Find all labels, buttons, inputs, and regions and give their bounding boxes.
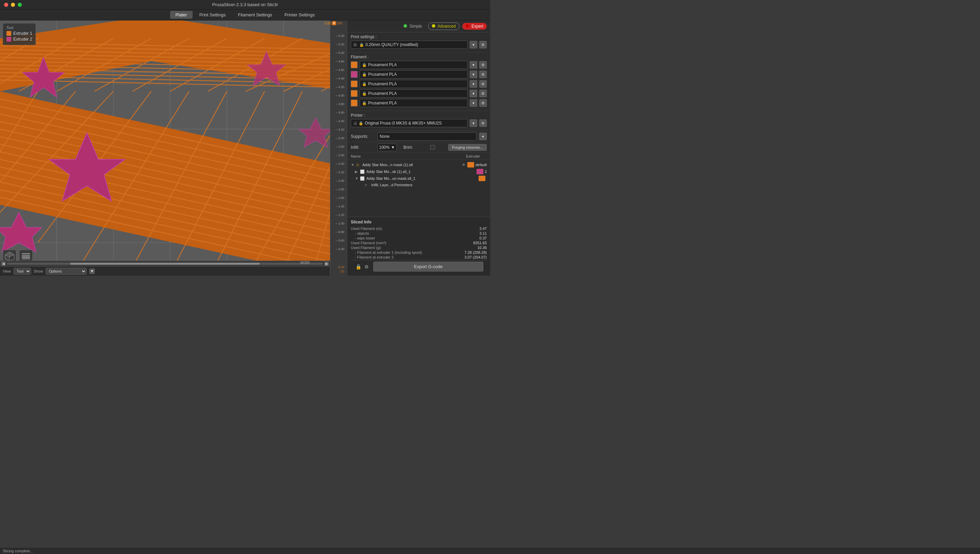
filament-1-dropdown[interactable]: ▼ bbox=[470, 61, 477, 69]
print-settings-value: 0.20mm QUALITY (modified) bbox=[366, 42, 465, 47]
objects-table-header: Name Extruder bbox=[347, 153, 490, 160]
filament-label: Filament : bbox=[351, 54, 375, 59]
supports-label: Supports: bbox=[351, 134, 375, 139]
filament-1-gear[interactable]: ⚙ bbox=[479, 61, 487, 69]
maximize-button[interactable] bbox=[18, 3, 22, 7]
object-name-3: Addy Star Mo...un mask.stl_1 bbox=[366, 176, 479, 180]
filament-4-gear[interactable]: ⚙ bbox=[479, 90, 487, 97]
tab-filament-settings[interactable]: Filament Settings bbox=[232, 11, 277, 19]
brim-label: Brim: bbox=[404, 145, 428, 150]
print-settings-row: Print settings : bbox=[351, 34, 487, 39]
brim-checkbox[interactable] bbox=[430, 145, 435, 150]
print-settings-input-row: ⚙ 🔒 0.20mm QUALITY (modified) ▼ ⚙ bbox=[351, 41, 487, 49]
window-title: PrusaSlicer-2.3.3 based on Slic3r bbox=[212, 2, 278, 7]
filament-4-input[interactable]: 🔒 Prusament PLA bbox=[360, 89, 468, 97]
show-select[interactable]: Options bbox=[46, 268, 87, 275]
extruder-badge-1 bbox=[467, 162, 474, 168]
mode-expert-button[interactable]: Expert bbox=[462, 23, 487, 30]
filament-2-input[interactable]: 🔒 Prusament PLA bbox=[360, 70, 468, 78]
purging-volumes-button[interactable]: Purging volumes... bbox=[448, 144, 487, 151]
filament-2-swatch[interactable] bbox=[351, 71, 358, 78]
scroll-track[interactable]: 47850 bbox=[7, 263, 323, 265]
sliced-value-6: 3.07 (204.07) bbox=[465, 255, 487, 259]
filament-2-lock-icon: 🔒 bbox=[362, 72, 367, 77]
scroll-right-arrow[interactable]: ▶ bbox=[325, 262, 329, 266]
svg-rect-70 bbox=[22, 255, 30, 256]
filament-1-input[interactable]: 🔒 Prusament PLA bbox=[360, 61, 468, 69]
expand-icon-2[interactable]: ▶ bbox=[355, 169, 359, 174]
objects-list: ▼ ⚠ Addy Star Moo...n mask (1).stl 👁 def… bbox=[347, 160, 490, 217]
tab-plater[interactable]: Plater bbox=[170, 11, 192, 19]
object-name-1: Addy Star Moo...n mask (1).stl bbox=[362, 163, 462, 167]
tab-print-settings[interactable]: Print Settings bbox=[194, 11, 231, 19]
mode-simple-button[interactable]: Simple bbox=[400, 23, 425, 30]
object-row-2[interactable]: ▶ ⬜ Addy Star Mo...sk (1).stl_1 2 bbox=[347, 168, 490, 175]
printer-dropdown[interactable]: ▼ bbox=[470, 120, 477, 127]
filament-4-swatch[interactable] bbox=[351, 90, 358, 97]
lock-icon-bottom[interactable]: 🔒 bbox=[354, 263, 362, 271]
filament-5-lock-icon: 🔒 bbox=[362, 101, 367, 105]
mode-advanced-button[interactable]: Advanced bbox=[428, 22, 460, 30]
printer-lock-icon: 🔒 bbox=[359, 121, 363, 126]
print-settings-gear[interactable]: ⚙ bbox=[479, 41, 487, 48]
filament-3-input[interactable]: 🔒 Prusament PLA bbox=[360, 80, 468, 88]
extruder-label-1: default bbox=[476, 163, 487, 167]
show-dropdown-arrow[interactable]: ▼ bbox=[89, 268, 95, 274]
sliced-info-title: Sliced Info bbox=[351, 220, 487, 225]
extruder-badge-2 bbox=[477, 169, 484, 174]
infill-select[interactable]: 100% ▼ bbox=[377, 144, 397, 151]
filament-3-dropdown[interactable]: ▼ bbox=[470, 80, 477, 88]
print-lock-icon: 🔒 bbox=[359, 43, 364, 47]
printer-label: Printer : bbox=[351, 113, 375, 118]
filament-5-dropdown[interactable]: ▼ bbox=[470, 99, 477, 107]
filament-4-dropdown[interactable]: ▼ bbox=[470, 90, 477, 97]
object-row-1[interactable]: ▼ ⚠ Addy Star Moo...n mask (1).stl 👁 def… bbox=[347, 161, 490, 168]
expand-icon-1[interactable]: ▼ bbox=[351, 163, 355, 167]
printer-label-row: Printer : bbox=[351, 113, 487, 118]
viewport-area[interactable]: Tool Extruder 1 Extruder 2 bbox=[0, 21, 347, 276]
print-settings-dropdown[interactable]: ▼ bbox=[470, 41, 477, 48]
extruder-1-label: Extruder 1 bbox=[13, 31, 32, 36]
filament-1-lock-icon: 🔒 bbox=[362, 63, 367, 67]
print-settings-input[interactable]: ⚙ 🔒 0.20mm QUALITY (modified) bbox=[351, 41, 468, 49]
sliced-row-0: Used Filament (m): 3.47 bbox=[351, 227, 487, 231]
object-row-3[interactable]: ▼ ⬜ Addy Star Mo...un mask.stl_1 bbox=[347, 175, 490, 182]
filament-label-row: Filament : bbox=[351, 54, 487, 59]
filament-1-swatch[interactable] bbox=[351, 61, 358, 68]
svg-rect-69 bbox=[22, 253, 30, 254]
filament-5-input[interactable]: 🔒 Prusament PLA bbox=[360, 99, 468, 107]
printer-gear[interactable]: ⚙ bbox=[479, 120, 487, 127]
filament-row-5: 🔒 Prusament PLA ▼ ⚙ bbox=[351, 99, 487, 107]
export-gcode-button[interactable]: Export G-code bbox=[373, 262, 484, 271]
expand-icon-3[interactable]: ▼ bbox=[355, 176, 359, 180]
tool-panel: Tool Extruder 1 Extruder 2 bbox=[3, 23, 36, 45]
ruler-bottom: 0.20 bbox=[338, 265, 344, 269]
supports-value: None bbox=[380, 134, 474, 139]
supports-input[interactable]: None bbox=[377, 133, 477, 140]
sliced-label-0: Used Filament (m): bbox=[351, 227, 383, 231]
sliced-label-3: Used Filament (mm³): bbox=[351, 241, 387, 245]
right-panel: Simple Advanced Expert Print settings : … bbox=[347, 21, 490, 276]
filament-2-dropdown[interactable]: ▼ bbox=[470, 70, 477, 78]
expert-dot bbox=[466, 24, 469, 28]
sliced-label-2: - wipe tower bbox=[355, 236, 375, 240]
supports-dropdown[interactable]: ▼ bbox=[479, 133, 487, 140]
minimize-button[interactable] bbox=[11, 3, 15, 7]
filament-3-swatch[interactable] bbox=[351, 80, 358, 87]
settings-icon-bottom[interactable]: ⚙ bbox=[362, 263, 371, 271]
filament-5-swatch[interactable] bbox=[351, 100, 358, 107]
eye-icon-1[interactable]: 👁 bbox=[462, 163, 467, 167]
close-button[interactable] bbox=[4, 3, 8, 7]
filament-2-gear[interactable]: ⚙ bbox=[479, 70, 487, 78]
filament-3-gear[interactable]: ⚙ bbox=[479, 80, 487, 88]
filament-5-gear[interactable]: ⚙ bbox=[479, 99, 487, 107]
filament-row-2: 🔒 Prusament PLA ▼ ⚙ bbox=[351, 70, 487, 78]
filament-section: Filament : 🔒 Prusament PLA ▼ ⚙ 🔒 Prusame… bbox=[347, 53, 490, 111]
scroll-thumb[interactable] bbox=[70, 263, 260, 265]
tab-printer-settings[interactable]: Printer Settings bbox=[279, 11, 320, 19]
tool-panel-title: Tool bbox=[6, 26, 32, 30]
object-row-4[interactable]: ▶ ≡ Infill; Laye...d Perimeters bbox=[347, 182, 490, 188]
printer-input[interactable]: 🖨 🔒 Original Prusa i3 MK3S & MK3S+ MMU2S bbox=[351, 119, 468, 127]
view-select[interactable]: Tool bbox=[14, 268, 31, 275]
scroll-left-arrow[interactable]: ◀ bbox=[2, 262, 5, 266]
